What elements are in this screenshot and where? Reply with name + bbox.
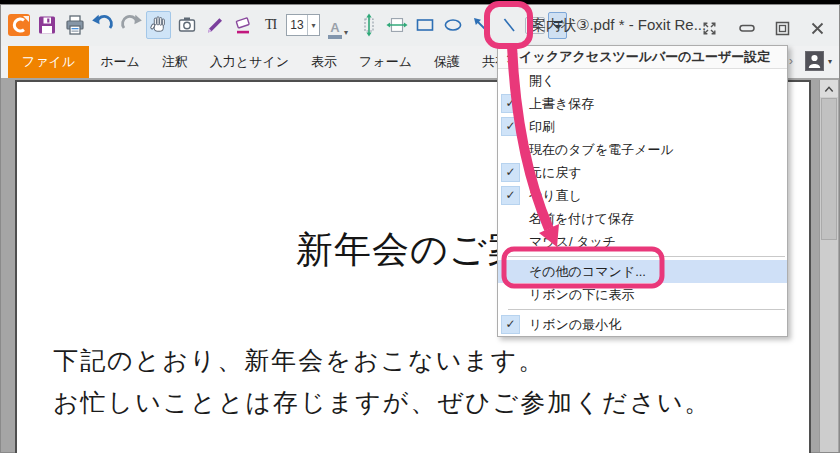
font-size-value: 13	[287, 18, 307, 32]
account-control[interactable]: ▾	[805, 51, 832, 71]
snapshot-icon[interactable]	[174, 11, 199, 39]
hand-tool-icon[interactable]	[146, 11, 171, 39]
tab-comment[interactable]: 注釈	[151, 46, 199, 78]
restore-icon	[774, 20, 791, 37]
fit-height-icon[interactable]	[356, 11, 381, 39]
foxit-logo-icon[interactable]	[6, 11, 31, 39]
menu-item-open[interactable]: 開く	[498, 69, 787, 92]
check-icon: ✓	[501, 186, 520, 205]
menu-item-print[interactable]: ✓ 印刷	[498, 115, 787, 138]
typewriter-icon[interactable]: TI	[258, 11, 283, 39]
pencil-icon[interactable]	[202, 11, 227, 39]
scrollbar-thumb[interactable]	[821, 98, 837, 240]
font-color-dropdown-icon[interactable]: ▾	[344, 28, 348, 37]
menu-item-minimize-ribbon[interactable]: ✓ リボンの最小化	[498, 313, 787, 336]
tab-file[interactable]: ファイル	[8, 46, 89, 78]
close-icon	[809, 20, 826, 37]
menu-separator	[508, 256, 785, 257]
menu-separator	[508, 309, 785, 310]
foxit-window: TI 13 ▾ A ▾	[0, 4, 840, 453]
scroll-up-button[interactable]	[820, 80, 838, 97]
font-size-dropdown-icon[interactable]: ▾	[307, 15, 319, 35]
font-color-icon[interactable]: A ▾	[323, 11, 353, 39]
tab-view[interactable]: 表示	[300, 46, 348, 78]
tab-form[interactable]: フォーム	[348, 46, 423, 78]
title-bar: TI 13 ▾ A ▾	[1, 5, 839, 46]
print-icon[interactable]	[62, 11, 87, 39]
menu-item-save-as[interactable]: 名前を付けて保存	[498, 207, 787, 230]
tab-home[interactable]: ホーム	[89, 46, 151, 78]
ribbon-overflow-chevron-icon[interactable]: ›	[789, 54, 793, 68]
tab-fill-sign[interactable]: 入力とサイン	[199, 46, 300, 78]
rectangle-tool-icon[interactable]	[412, 11, 437, 39]
check-icon: ✓	[501, 163, 520, 182]
vertical-scrollbar[interactable]	[819, 80, 838, 452]
scroll-up-icon	[822, 83, 836, 95]
arrow-tool-icon[interactable]	[468, 11, 493, 39]
font-size-select[interactable]: 13 ▾	[286, 14, 320, 36]
save-icon[interactable]	[34, 11, 59, 39]
avatar-icon	[805, 51, 824, 71]
menu-header: クイックアクセスツールバーのユーザー設定	[498, 46, 787, 69]
menu-item-save[interactable]: ✓ 上書き保存	[498, 92, 787, 115]
menu-item-undo[interactable]: ✓ 元に戻す	[498, 161, 787, 184]
oval-tool-icon[interactable]	[440, 11, 465, 39]
line-tool-icon[interactable]	[496, 11, 521, 39]
check-icon: ✓	[501, 315, 520, 334]
close-button[interactable]	[807, 18, 827, 38]
window-title: 案内状③.pdf * - Foxit Re...	[531, 16, 706, 35]
minimize-button[interactable]	[737, 18, 757, 38]
toggle-toolbars-button[interactable]	[699, 18, 719, 38]
restore-button[interactable]	[772, 18, 792, 38]
check-icon: ✓	[501, 117, 520, 136]
undo-icon[interactable]	[90, 11, 115, 39]
quick-access-toolbar: TI 13 ▾ A ▾	[6, 11, 567, 39]
menu-item-mouse-touch[interactable]: マウス/ タッチ	[498, 230, 787, 253]
minimize-icon	[738, 19, 756, 37]
screenshot-root: TI 13 ▾ A ▾	[0, 0, 840, 453]
tab-protect[interactable]: 保護	[423, 46, 471, 78]
redo-icon[interactable]	[118, 11, 143, 39]
document-line-2: お忙しいこととは存じますが、ぜひご参加ください。	[53, 386, 712, 419]
menu-item-redo[interactable]: ✓ やり直し	[498, 184, 787, 207]
check-icon: ✓	[501, 94, 520, 113]
qat-customize-menu: クイックアクセスツールバーのユーザー設定 開く ✓ 上書き保存 ✓ 印刷 現在の…	[497, 45, 788, 337]
document-line-1: 下記のとおり、新年会をおこないます。	[53, 344, 545, 377]
fit-width-icon[interactable]	[384, 11, 409, 39]
eraser-icon[interactable]	[230, 11, 255, 39]
menu-item-email-current-tab[interactable]: 現在のタブを電子メール	[498, 138, 787, 161]
toggle-toolbars-icon	[701, 20, 718, 37]
menu-item-show-below-ribbon[interactable]: リボンの下に表示	[498, 283, 787, 306]
account-dropdown-icon: ▾	[828, 57, 832, 66]
menu-item-more-commands[interactable]: その他のコマンド...	[498, 260, 787, 283]
